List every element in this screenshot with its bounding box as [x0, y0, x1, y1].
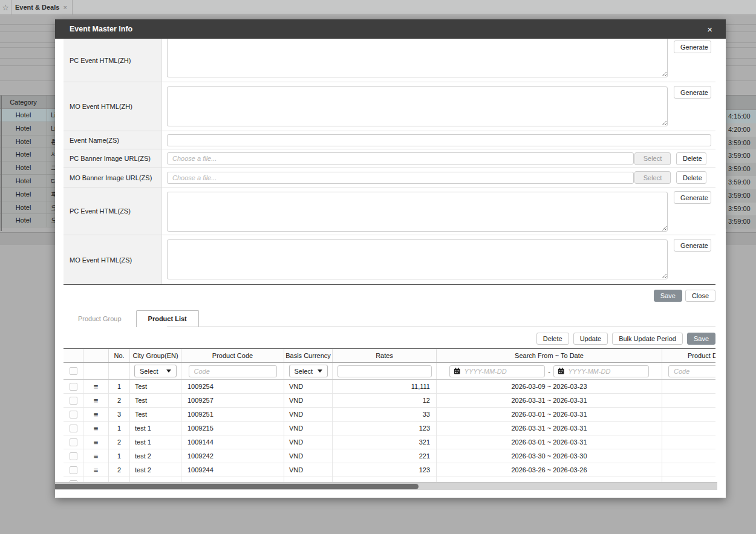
form-row-mo-event-html-zs: MO Event HTML(ZS) Generate — [64, 235, 715, 284]
cell-basis-currency: VND — [284, 380, 333, 393]
pc-event-html-zh-textarea[interactable] — [167, 39, 668, 77]
column-header: Basis Currency — [284, 349, 333, 362]
bg-time-cell: 3:59:00 — [726, 137, 756, 150]
select-label: Select — [295, 368, 313, 375]
rates-filter-input[interactable] — [337, 365, 432, 377]
cell-product-code: 1009144 — [181, 435, 284, 449]
modal-title: Event Master Info — [70, 25, 707, 33]
cell-product-d — [662, 463, 715, 477]
date-to-field[interactable] — [568, 368, 645, 375]
cell-basis-currency: VND — [284, 408, 333, 421]
cell-period: 2026-03-31 ~ 2026-03-31 — [437, 422, 662, 435]
bg-time-cell: 3:59:00 — [726, 215, 756, 229]
delete-button[interactable]: Delete — [536, 333, 569, 345]
select-all-checkbox[interactable] — [70, 367, 77, 375]
drag-handle-icon[interactable]: ≡ — [94, 438, 99, 446]
bg-cell-category: Hotel — [0, 135, 47, 148]
field-label: PC Event HTML(ZH) — [64, 39, 162, 82]
bg-cell-category: Hotel — [0, 148, 47, 161]
mo-banner-file-input[interactable] — [167, 172, 634, 184]
tab-close-icon[interactable]: × — [63, 4, 67, 11]
drag-handle-icon[interactable]: ≡ — [94, 383, 99, 391]
column-header: Rates — [333, 349, 437, 362]
bulk-update-period-button[interactable]: Bulk Update Period — [612, 333, 683, 345]
field-label: MO Event HTML(ZH) — [64, 82, 162, 131]
generate-button[interactable]: Generate — [674, 41, 711, 53]
cell-rates: 321 — [333, 435, 437, 449]
cell-no: 2 — [109, 394, 130, 407]
cell-checkbox — [64, 463, 83, 477]
pc-event-html-zs-textarea[interactable] — [167, 192, 668, 232]
delete-file-button[interactable]: Delete — [676, 171, 706, 184]
update-button[interactable]: Update — [573, 333, 608, 345]
table-row: ≡1test 11009215VND1232026-03-31 ~ 2026-0… — [64, 422, 715, 435]
row-checkbox[interactable] — [70, 411, 77, 418]
row-checkbox[interactable] — [70, 466, 77, 474]
bg-time-cell: 3:59:00 — [726, 203, 756, 216]
generate-button[interactable]: Generate — [674, 86, 711, 99]
mo-event-html-zh-textarea[interactable] — [167, 86, 668, 126]
cell-product-code: 1009251 — [181, 408, 284, 421]
table-row: ≡1test 21009242VND2212026-03-30 ~ 2026-0… — [64, 449, 715, 463]
scrollbar-thumb[interactable] — [55, 484, 419, 489]
cell-rates: 221 — [333, 449, 437, 463]
date-to-input[interactable] — [553, 365, 649, 377]
cell-checkbox — [64, 408, 83, 421]
save-button[interactable]: Save — [654, 290, 682, 302]
tab-product-group[interactable]: Product Group — [64, 311, 136, 327]
date-from-field[interactable] — [464, 368, 541, 375]
row-checkbox[interactable] — [70, 397, 77, 405]
select-file-button[interactable]: Select — [634, 152, 671, 165]
tab-label: Event & Deals — [15, 4, 59, 11]
table-row: ≡2test 21009244VND1232026-03-26 ~ 2026-0… — [64, 463, 715, 477]
date-from-input[interactable] — [449, 365, 545, 377]
drag-handle-icon[interactable]: ≡ — [94, 397, 99, 405]
close-button[interactable]: Close — [685, 290, 715, 302]
cell-period: 2026-03-01 ~ 2026-03-31 — [437, 435, 662, 449]
row-checkbox[interactable] — [70, 383, 77, 391]
cell-drag: ≡ — [83, 435, 109, 449]
cell-period: 2026-03-26 ~ 2026-03-26 — [437, 463, 662, 477]
save-products-button[interactable]: Save — [687, 333, 715, 345]
bg-times-header — [726, 96, 756, 110]
product-tabs: Product Group Product List — [64, 311, 715, 327]
product-code-filter-input[interactable] — [189, 365, 277, 377]
row-checkbox[interactable] — [70, 425, 77, 432]
bg-time-cell: 3:59:00 — [726, 149, 756, 163]
row-checkbox[interactable] — [70, 452, 77, 460]
product-d-filter-input[interactable] — [668, 365, 715, 377]
cell-product-d — [662, 449, 715, 463]
drag-handle-icon[interactable]: ≡ — [94, 411, 99, 418]
bg-time-cell: 4:15:00 — [726, 110, 756, 123]
tab-product-list[interactable]: Product List — [136, 310, 199, 327]
drag-handle-icon[interactable]: ≡ — [94, 452, 99, 460]
date-range-dash: - — [548, 368, 550, 375]
city-group-filter-select[interactable]: Select — [134, 365, 177, 377]
modal-close-icon[interactable]: × — [707, 24, 712, 34]
generate-button[interactable]: Generate — [674, 191, 711, 204]
event-name-zs-input[interactable] — [167, 134, 711, 146]
cell-period: 2026-03-09 ~ 2026-03-23 — [437, 380, 662, 393]
drag-handle-icon[interactable]: ≡ — [94, 466, 99, 474]
form-row-pc-event-html-zh: PC Event HTML(ZH) Generate — [64, 39, 715, 82]
select-file-button[interactable]: Select — [634, 171, 671, 184]
event-form: PC Event HTML(ZH) Generate MO Event HTML… — [64, 39, 715, 285]
drag-handle-icon[interactable]: ≡ — [94, 425, 99, 432]
basis-currency-filter-select[interactable]: Select — [289, 365, 328, 377]
cell-product-code: 1009244 — [181, 463, 284, 477]
favorite-star-icon[interactable]: ☆ — [0, 3, 11, 12]
event-master-info-modal: Event Master Info × PC Event HTML(ZH) Ge… — [55, 19, 726, 498]
row-checkbox[interactable] — [70, 438, 77, 446]
select-label: Select — [140, 368, 158, 375]
horizontal-scrollbar[interactable] — [55, 482, 717, 490]
generate-button[interactable]: Generate — [674, 239, 711, 252]
table-row: ≡2Test1009257VND122026-03-31 ~ 2026-03-3… — [64, 394, 715, 408]
cell-city-group: Test — [130, 394, 181, 407]
delete-file-button[interactable]: Delete — [676, 152, 706, 165]
mo-event-html-zs-textarea[interactable] — [167, 239, 668, 279]
product-table-filter-row: Select Select — [64, 363, 715, 380]
tab-event-and-deals[interactable]: Event & Deals × — [11, 0, 73, 15]
cell-product-d — [662, 394, 715, 407]
cell-basis-currency: VND — [284, 449, 333, 463]
pc-banner-file-input[interactable] — [167, 152, 634, 164]
